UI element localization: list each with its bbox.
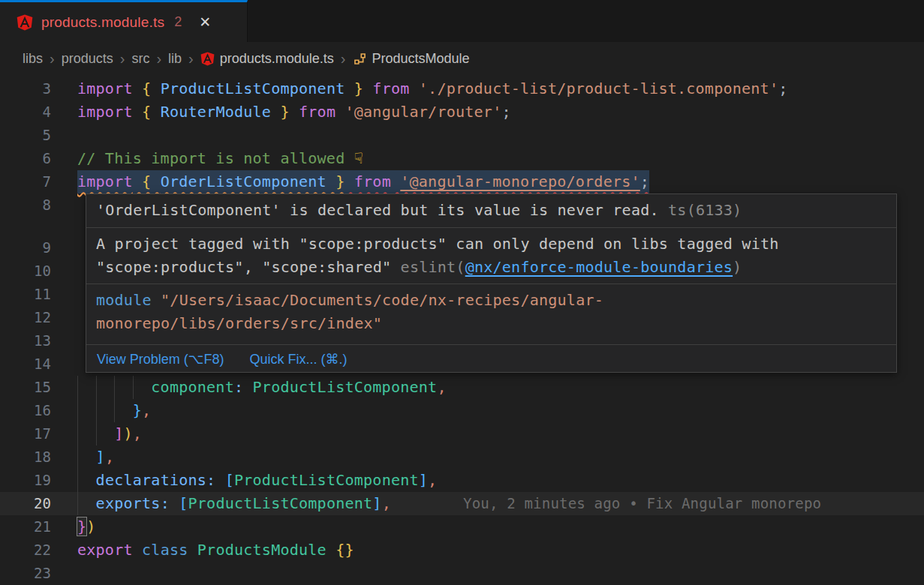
code-text: // This import is not allowed ☟ <box>77 147 363 170</box>
code-line-22: 22export class ProductsModule {} <box>0 538 924 562</box>
code-text: export class ProductsModule {} <box>77 538 354 562</box>
vscode-window: products.module.ts 2 ✕ libs›products›src… <box>0 0 924 585</box>
code-line-4: 4import { RouterModule } from '@angular/… <box>0 100 924 124</box>
code-line-3: 3import { ProductListComponent } from '.… <box>0 77 924 100</box>
line-number: 22 <box>0 538 51 562</box>
code-text: ]), <box>77 422 142 446</box>
line-number: 13 <box>0 329 51 352</box>
line-number: 15 <box>0 376 51 399</box>
tab-bar: products.module.ts 2 ✕ <box>0 0 924 42</box>
code-text: component: ProductListComponent, <box>77 376 447 399</box>
line-number: 16 <box>0 399 51 422</box>
line-number: 20 <box>0 492 51 515</box>
line-number: 3 <box>0 77 51 100</box>
chevron-right-icon: › <box>120 50 125 68</box>
line-number: 9 <box>0 236 51 260</box>
code-text: import { RouterModule } from '@angular/r… <box>77 100 511 124</box>
code-text: ], <box>77 446 114 469</box>
code-line-16: 16 }, <box>0 399 924 422</box>
line-number: 5 <box>0 124 51 147</box>
code-line-20: 20 exports: [ProductListComponent],You, … <box>0 492 924 515</box>
view-problem-action[interactable]: View Problem (⌥F8) <box>97 351 224 368</box>
line-number: 8 <box>0 194 51 217</box>
line-number: 11 <box>0 283 51 306</box>
breadcrumb-label: src <box>131 51 149 67</box>
breadcrumb-item-lib[interactable]: lib <box>168 51 182 67</box>
tab-products-module[interactable]: products.module.ts 2 ✕ <box>0 0 248 42</box>
breadcrumb: libs›products›src›lib›products.module.ts… <box>0 42 924 75</box>
tab-label: products.module.ts <box>41 14 164 31</box>
code-text: }, <box>77 399 151 422</box>
code-text: declarations: [ProductListComponent], <box>77 469 437 492</box>
pointing-down-emoji: ☟ <box>354 149 363 167</box>
chevron-right-icon: › <box>50 50 55 68</box>
line-number: 23 <box>0 562 51 585</box>
breadcrumb-item-products-module-ts[interactable]: products.module.ts <box>200 51 334 67</box>
breadcrumb-label: ProductsModule <box>372 51 470 67</box>
breadcrumb-item-src[interactable]: src <box>131 51 149 67</box>
line-number: 10 <box>0 260 51 283</box>
git-blame-annotation: You, 2 minutes ago • Fix Angular monorep… <box>463 492 821 515</box>
angular-icon <box>17 14 33 31</box>
code-line-5: 5 <box>0 124 924 147</box>
hover-action-bar: View Problem (⌥F8)Quick Fix... (⌘.) <box>86 344 896 373</box>
line-number: 14 <box>0 352 51 376</box>
code-line-15: 15 component: ProductListComponent, <box>0 376 924 399</box>
code-line-17: 17 ]), <box>0 422 924 446</box>
code-line-18: 18 ], <box>0 446 924 469</box>
breadcrumb-item-productsmodule[interactable]: ProductsModule <box>353 51 470 67</box>
code-text: }) <box>77 515 96 538</box>
line-number: 7 <box>0 170 51 194</box>
breadcrumb-label: products <box>62 51 113 67</box>
module-path-info: module "/Users/isaac/Documents/code/nx-r… <box>86 284 896 344</box>
code-text: import { ProductListComponent } from './… <box>77 77 787 100</box>
breadcrumb-item-products[interactable]: products <box>62 51 113 67</box>
angular-icon <box>200 52 215 66</box>
line-number: 6 <box>0 147 51 170</box>
class-icon <box>353 52 367 66</box>
eslint-error-message: A project tagged with "scope:products" c… <box>86 227 896 284</box>
breadcrumb-label: libs <box>23 51 43 67</box>
code-line-6: 6// This import is not allowed ☟ <box>0 147 924 170</box>
line-number: 21 <box>0 515 51 538</box>
quick-fix-action[interactable]: Quick Fix... (⌘.) <box>249 351 347 368</box>
code-text: exports: [ProductListComponent], <box>77 492 391 515</box>
line-number: 18 <box>0 446 51 469</box>
chevron-right-icon: › <box>341 50 346 68</box>
line-number: 4 <box>0 100 51 124</box>
breadcrumb-label: products.module.ts <box>220 51 334 67</box>
breadcrumb-item-libs[interactable]: libs <box>23 51 43 67</box>
code-line-21: 21}) <box>0 515 924 538</box>
chevron-right-icon: › <box>156 50 161 68</box>
chevron-right-icon: › <box>188 50 194 68</box>
code-line-19: 19 declarations: [ProductListComponent], <box>0 469 924 492</box>
close-icon[interactable]: ✕ <box>199 14 211 31</box>
ts-error-message: 'OrderListComponent' is declared but its… <box>86 194 896 227</box>
breadcrumb-label: lib <box>168 51 182 67</box>
code-line-7: 7import { OrderListComponent } from '@an… <box>0 170 924 194</box>
error-hover-popup: 'OrderListComponent' is declared but its… <box>86 194 897 373</box>
line-number: 12 <box>0 306 51 329</box>
eslint-rule-link[interactable]: @nx/enforce-module-boundaries <box>465 258 733 276</box>
line-number: 19 <box>0 469 51 492</box>
code-editor[interactable]: 3import { ProductListComponent } from '.… <box>0 75 924 585</box>
module-link: '@angular-monorepo/orders' <box>400 172 640 190</box>
code-line-23: 23 <box>0 562 924 585</box>
line-number: 17 <box>0 422 51 446</box>
tab-problem-count: 2 <box>174 14 182 30</box>
code-text: import { OrderListComponent } from '@ang… <box>77 170 649 194</box>
